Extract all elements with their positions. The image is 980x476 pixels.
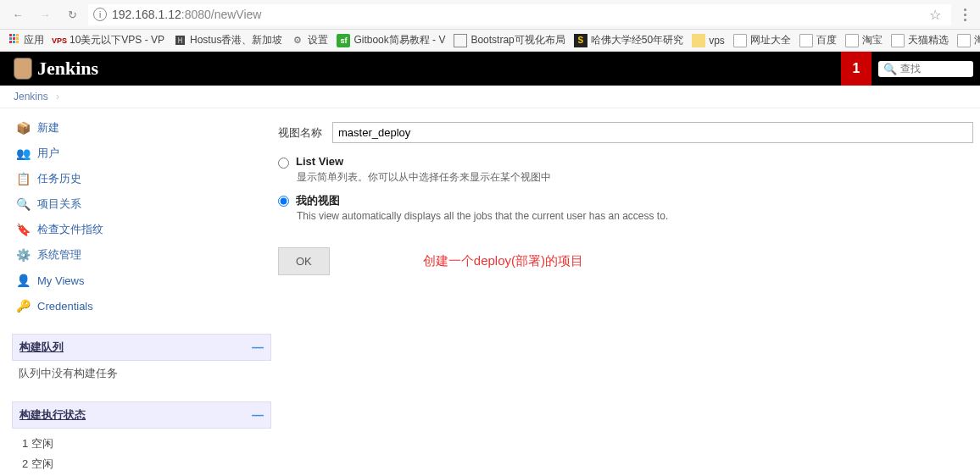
build-exec-body: 1 空闲 2 空闲 bbox=[12, 429, 271, 476]
breadcrumb-root[interactable]: Jenkins bbox=[14, 91, 48, 102]
build-exec-header[interactable]: 构建执行状态 — bbox=[12, 401, 271, 429]
bookmark-item[interactable]: Bootstrap可视化布局 bbox=[454, 33, 565, 47]
jenkins-logo[interactable]: Jenkins bbox=[14, 58, 98, 80]
view-name-input[interactable] bbox=[332, 122, 973, 143]
sidebar-relations[interactable]: 🔍项目关系 bbox=[12, 191, 271, 217]
myview-label: 我的视图 bbox=[296, 193, 340, 208]
apps-icon bbox=[7, 34, 20, 47]
breadcrumb-separator-icon: › bbox=[56, 91, 59, 102]
sidebar-item-label: 任务历史 bbox=[37, 171, 81, 186]
sidebar-new[interactable]: 📦新建 bbox=[12, 115, 271, 141]
file-icon bbox=[845, 34, 859, 47]
bootstrap-icon bbox=[454, 34, 467, 47]
build-queue-title: 构建队列 bbox=[19, 340, 64, 355]
sidebar-item-label: Credentials bbox=[37, 300, 93, 313]
browser-forward-button[interactable]: → bbox=[34, 3, 56, 25]
vps-icon: VPS bbox=[53, 34, 66, 47]
sf-icon: sf bbox=[337, 34, 350, 47]
annotation-text: 创建一个deploy(部署)的项目 bbox=[423, 253, 583, 269]
build-exec-title: 构建执行状态 bbox=[19, 407, 86, 423]
build-queue-header[interactable]: 构建队列 — bbox=[12, 334, 271, 361]
bookmark-item[interactable]: 百度 bbox=[799, 33, 837, 47]
breadcrumb: Jenkins › bbox=[0, 86, 980, 108]
bookmark-item[interactable]: 网址大全 bbox=[733, 33, 791, 47]
ok-button[interactable]: OK bbox=[278, 247, 330, 275]
search-box[interactable]: 🔍 bbox=[878, 61, 973, 77]
sidebar-fingerprint[interactable]: 🔖检查文件指纹 bbox=[12, 217, 271, 242]
bookmark-item[interactable]: 🅷Hostus香港、新加坡 bbox=[173, 33, 282, 47]
sidebar-item-label: 检查文件指纹 bbox=[37, 222, 103, 237]
myview-radio[interactable] bbox=[278, 196, 289, 207]
url-host: 192.168.1.12 bbox=[112, 8, 181, 21]
content: 视图名称 List View 显示简单列表。你可以从中选择任务来显示在某个视图中… bbox=[271, 108, 980, 476]
bookmark-item[interactable]: 淘 bbox=[957, 33, 980, 47]
bookmark-label: 百度 bbox=[816, 33, 837, 47]
bookmark-star-icon[interactable]: ☆ bbox=[929, 7, 941, 23]
bookmark-label: 10美元以下VPS - VP bbox=[70, 33, 164, 47]
sidebar: 📦新建 👥用户 📋任务历史 🔍项目关系 🔖检查文件指纹 ⚙️系统管理 👤My V… bbox=[0, 108, 271, 476]
sidebar-myviews[interactable]: 👤My Views bbox=[12, 268, 271, 293]
file-icon bbox=[799, 34, 813, 47]
bookmark-item[interactable]: vps bbox=[692, 34, 725, 47]
site-info-icon[interactable]: i bbox=[93, 8, 107, 21]
bookmark-label: Gitbook简易教程 - V bbox=[354, 33, 445, 47]
notification-badge[interactable]: 1 bbox=[841, 52, 871, 86]
bookmark-item[interactable]: sfGitbook简易教程 - V bbox=[337, 33, 445, 47]
bookmark-item[interactable]: VPS10美元以下VPS - VP bbox=[53, 33, 164, 47]
bookmark-label: 淘宝 bbox=[862, 33, 883, 47]
collapse-icon[interactable]: — bbox=[252, 340, 264, 354]
myviews-icon: 👤 bbox=[15, 273, 31, 288]
bookmark-label: 设置 bbox=[308, 33, 328, 47]
listview-label: List View bbox=[296, 155, 343, 168]
jenkins-mascot-icon bbox=[14, 58, 32, 80]
bookmark-item[interactable]: ⚙设置 bbox=[291, 33, 328, 47]
history-icon: 📋 bbox=[15, 171, 31, 186]
bookmark-label: 天猫精选 bbox=[908, 33, 949, 47]
bookmarks-bar: 应用 VPS10美元以下VPS - VP 🅷Hostus香港、新加坡 ⚙设置 s… bbox=[0, 30, 980, 52]
hostus-icon: 🅷 bbox=[173, 34, 187, 47]
search-icon: 🔍 bbox=[15, 196, 31, 212]
listview-desc: 显示简单列表。你可以从中选择任务来显示在某个视图中 bbox=[297, 170, 973, 185]
collapse-icon[interactable]: — bbox=[252, 408, 264, 422]
sidebar-item-label: 新建 bbox=[37, 120, 59, 136]
sidebar-manage[interactable]: ⚙️系统管理 bbox=[12, 242, 271, 268]
sidebar-item-label: My Views bbox=[37, 274, 84, 287]
bookmark-apps[interactable]: 应用 bbox=[7, 33, 44, 47]
build-queue-body: 队列中没有构建任务 bbox=[12, 361, 271, 386]
url-port: :8080 bbox=[181, 8, 211, 21]
executor-row: 2 空闲 bbox=[19, 454, 264, 474]
browser-menu-icon[interactable] bbox=[956, 8, 973, 21]
fingerprint-icon: 🔖 bbox=[15, 222, 31, 237]
new-icon: 📦 bbox=[15, 120, 31, 136]
url-path: /newView bbox=[211, 8, 262, 21]
executor-row: 1 空闲 bbox=[19, 434, 264, 454]
sidebar-history[interactable]: 📋任务历史 bbox=[12, 166, 271, 191]
bookmark-item[interactable]: 天猫精选 bbox=[891, 33, 949, 47]
users-icon: 👥 bbox=[15, 146, 31, 161]
bookmark-label: 应用 bbox=[24, 33, 44, 47]
sidebar-credentials[interactable]: 🔑Credentials bbox=[12, 293, 271, 318]
bookmark-item[interactable]: S哈佛大学经50年研究 bbox=[574, 33, 683, 47]
sidebar-item-label: 系统管理 bbox=[37, 247, 81, 263]
file-icon bbox=[891, 34, 905, 47]
browser-reload-button[interactable]: ↻ bbox=[61, 3, 83, 25]
bookmark-label: vps bbox=[709, 35, 725, 47]
browser-back-button[interactable]: ← bbox=[7, 3, 29, 25]
bookmark-label: Bootstrap可视化布局 bbox=[471, 33, 565, 47]
search-input[interactable] bbox=[900, 63, 968, 75]
bookmark-label: 网址大全 bbox=[750, 33, 791, 47]
url-bar[interactable]: i 192.168.1.12:8080/newView ☆ bbox=[88, 4, 951, 25]
gear-icon: ⚙️ bbox=[15, 247, 31, 263]
jenkins-title: Jenkins bbox=[37, 58, 98, 80]
key-icon: 🔑 bbox=[15, 298, 31, 313]
sidebar-item-label: 项目关系 bbox=[37, 196, 81, 212]
myview-desc: This view automatically displays all the… bbox=[297, 210, 973, 222]
s-icon: S bbox=[574, 34, 587, 47]
sidebar-users[interactable]: 👥用户 bbox=[12, 141, 271, 166]
bookmark-label: Hostus香港、新加坡 bbox=[190, 33, 282, 47]
listview-radio[interactable] bbox=[278, 158, 289, 169]
view-name-label: 视图名称 bbox=[278, 125, 326, 141]
bookmark-item[interactable]: 淘宝 bbox=[845, 33, 883, 47]
url-text: 192.168.1.12:8080/newView bbox=[112, 8, 261, 21]
search-icon: 🔍 bbox=[883, 63, 897, 75]
